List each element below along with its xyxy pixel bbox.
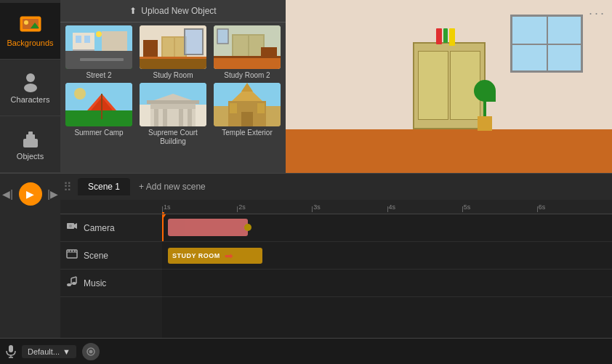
preview-more-dots[interactable]: ... xyxy=(589,3,606,18)
svg-rect-57 xyxy=(241,112,253,126)
ruler-label-5s: 5s xyxy=(464,203,471,211)
scene-tabs: ⠿ Scene 1 + Add new scene xyxy=(60,174,612,200)
sidebar-item-backgrounds[interactable]: Backgrounds xyxy=(0,3,60,60)
svg-marker-61 xyxy=(74,223,77,229)
upload-button[interactable]: ⬆ Upload New Object xyxy=(60,0,286,23)
thumbnail-studyroom2[interactable]: Study Room 2 xyxy=(212,25,283,80)
add-scene-button[interactable]: + Add new scene xyxy=(133,179,212,195)
svg-rect-26 xyxy=(140,57,206,59)
svg-point-69 xyxy=(72,282,76,285)
bottom-section: ◀| ▶ |▶ ⠿ Scene 1 + Add new scene xyxy=(0,173,612,338)
track-camera-label: Camera xyxy=(84,223,156,233)
svg-point-16 xyxy=(96,31,102,37)
camera-clip-handle[interactable] xyxy=(244,224,251,231)
ruler-label-6s: 6s xyxy=(539,203,546,211)
svg-rect-12 xyxy=(102,31,127,51)
ruler-tick-5s xyxy=(462,206,463,212)
track-camera[interactable]: Camera xyxy=(60,214,162,242)
svg-rect-48 xyxy=(163,109,167,126)
default-voice-dropdown[interactable]: Default... ▼ xyxy=(22,345,76,358)
sidebar-item-backgrounds-label: Backgrounds xyxy=(7,39,53,47)
sidebar-item-characters[interactable]: Characters xyxy=(0,60,60,116)
svg-rect-50 xyxy=(188,109,192,126)
svg-rect-35 xyxy=(214,56,281,58)
svg-rect-47 xyxy=(154,109,158,126)
skip-back-button[interactable]: ◀| xyxy=(0,186,16,202)
thumb-label-supremecourt: Supreme Court Building xyxy=(137,129,209,146)
scene-clip[interactable]: STUDY ROOM ➡ xyxy=(168,248,262,264)
preview-window xyxy=(510,15,583,73)
book-yellow xyxy=(449,28,455,46)
svg-rect-59 xyxy=(257,103,265,113)
sidebar-item-objects[interactable]: Objects xyxy=(0,116,60,173)
thumb-img-summercamp xyxy=(65,83,132,126)
track-music-label: Music xyxy=(84,278,156,288)
camera-track-content xyxy=(162,214,612,242)
svg-point-62 xyxy=(69,225,72,227)
track-music[interactable]: Music xyxy=(60,270,162,297)
tracks-with-ruler: 1s 2s 3s 4s xyxy=(162,200,612,338)
scene-tab-1-label: Scene 1 xyxy=(88,182,120,192)
track-scene-label: Scene xyxy=(84,251,156,261)
timeline-main: Camera Scene Music xyxy=(60,200,612,338)
scene-tab-1[interactable]: Scene 1 xyxy=(78,178,130,195)
microphone-item[interactable] xyxy=(6,345,16,358)
microphone-icon xyxy=(6,345,16,358)
ruler-spacer xyxy=(60,200,162,214)
svg-rect-7 xyxy=(26,134,35,140)
sidebar-item-characters-label: Characters xyxy=(11,95,50,104)
footer-bar: Default... ▼ xyxy=(0,338,612,364)
ruler-label-2s: 2s xyxy=(238,203,246,211)
scene-clip-label: STUDY ROOM xyxy=(172,252,220,259)
time-ruler: 1s 2s 3s 4s xyxy=(162,200,612,214)
svg-rect-45 xyxy=(150,103,196,109)
skip-fwd-button[interactable]: |▶ xyxy=(45,186,61,202)
svg-point-77 xyxy=(89,349,92,353)
track-scene[interactable]: Scene xyxy=(60,242,162,270)
dots-handle-icon[interactable]: ⠿ xyxy=(63,180,72,194)
ruler-label-1s: 1s xyxy=(164,203,171,211)
svg-rect-58 xyxy=(230,103,237,113)
record-button[interactable] xyxy=(82,343,100,360)
book-green xyxy=(443,28,448,43)
thumbnail-temple[interactable]: Temple Exterior xyxy=(212,83,283,146)
thumbnail-studyroom[interactable]: Study Room xyxy=(137,25,209,80)
thumbnail-summercamp[interactable]: Summer Camp xyxy=(63,83,134,146)
svg-rect-25 xyxy=(143,40,158,58)
playback-controls: ◀| ▶ |▶ xyxy=(0,174,60,338)
playhead-triangle xyxy=(162,214,166,219)
thumb-img-supremecourt xyxy=(140,83,206,126)
music-track-icon xyxy=(66,276,78,290)
thumbnail-supremecourt[interactable]: Supreme Court Building xyxy=(137,83,209,146)
svg-rect-23 xyxy=(185,29,203,54)
svg-rect-73 xyxy=(9,345,13,352)
scene-clip-arrow-icon: ➡ xyxy=(225,250,233,262)
thumbnails-grid: Street 2 Study Room xyxy=(60,23,286,149)
preview-floor xyxy=(286,129,612,173)
svg-rect-13 xyxy=(76,36,81,43)
thumb-img-studyroom2 xyxy=(214,25,281,69)
svg-rect-37 xyxy=(65,110,132,126)
camera-clip[interactable] xyxy=(168,219,248,236)
upload-button-label: Upload New Object xyxy=(141,6,216,16)
thumbnail-street2[interactable]: Street 2 xyxy=(63,25,134,80)
thumb-label-studyroom: Study Room xyxy=(153,71,193,80)
play-button[interactable]: ▶ xyxy=(19,182,42,206)
svg-rect-46 xyxy=(147,100,199,104)
svg-rect-34 xyxy=(261,47,277,57)
svg-line-72 xyxy=(71,277,76,278)
svg-point-2 xyxy=(24,20,28,25)
thumb-label-summercamp: Summer Camp xyxy=(74,129,123,137)
default-voice-label: Default... xyxy=(28,347,60,356)
ruler-tick-1s xyxy=(162,206,163,212)
thumb-img-street2 xyxy=(65,25,132,69)
camera-track-icon xyxy=(66,221,78,235)
sidebar-item-objects-label: Objects xyxy=(17,152,44,161)
books-display xyxy=(436,28,455,46)
track-content-area: STUDY ROOM ➡ xyxy=(162,214,612,338)
backgrounds-icon xyxy=(19,15,42,36)
dropdown-arrow-icon: ▼ xyxy=(63,347,71,356)
svg-point-68 xyxy=(67,283,71,286)
cabinet-door-left xyxy=(418,51,448,120)
svg-rect-17 xyxy=(80,58,124,61)
